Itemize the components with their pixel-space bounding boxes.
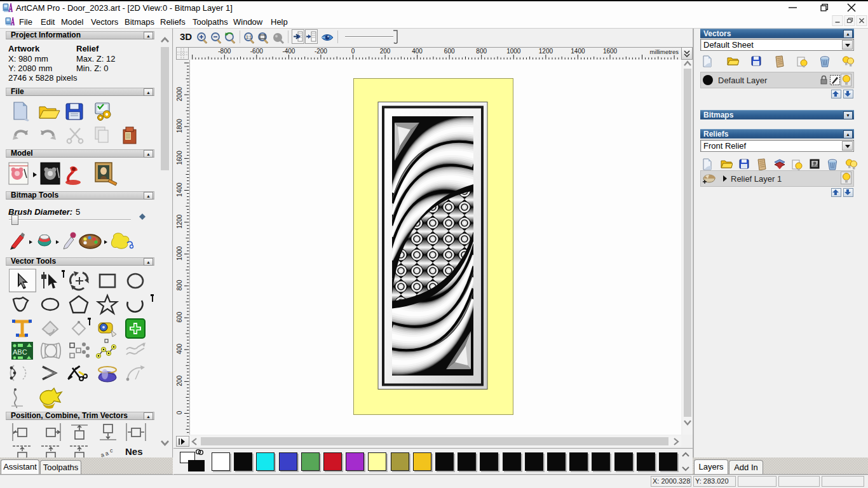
svg-text:-800: -800 [218, 48, 231, 55]
svg-text:200: 200 [380, 48, 391, 55]
svg-text:0: 0 [351, 48, 355, 55]
svg-text:ABC: ABC [13, 348, 27, 356]
svg-text:-600: -600 [250, 48, 263, 55]
svg-text:600: 600 [176, 311, 183, 322]
svg-text:400: 400 [176, 343, 183, 354]
svg-text:1600: 1600 [176, 151, 183, 165]
svg-text:Nes: Nes [125, 446, 143, 457]
svg-text:1200: 1200 [539, 48, 553, 55]
svg-text:-400: -400 [282, 48, 295, 55]
svg-text:2000: 2000 [176, 87, 183, 102]
svg-text:millimetres: millimetres [650, 48, 679, 55]
svg-text:1200: 1200 [176, 214, 183, 229]
svg-text:1000: 1000 [176, 246, 183, 261]
svg-text:1400: 1400 [571, 48, 585, 55]
svg-text:1800: 1800 [176, 119, 183, 133]
svg-text:800: 800 [176, 280, 183, 290]
svg-text:800: 800 [476, 48, 487, 55]
svg-text:1000: 1000 [506, 48, 521, 55]
svg-text:c: c [110, 447, 113, 454]
svg-text:1600: 1600 [603, 48, 618, 55]
svg-text:1400: 1400 [176, 182, 183, 197]
svg-text:-200: -200 [315, 48, 327, 55]
svg-text:200: 200 [176, 376, 183, 386]
svg-text:600: 600 [444, 48, 455, 55]
svg-text:1:1: 1:1 [246, 35, 252, 39]
svg-text:400: 400 [412, 48, 423, 55]
svg-text:0: 0 [176, 410, 183, 414]
